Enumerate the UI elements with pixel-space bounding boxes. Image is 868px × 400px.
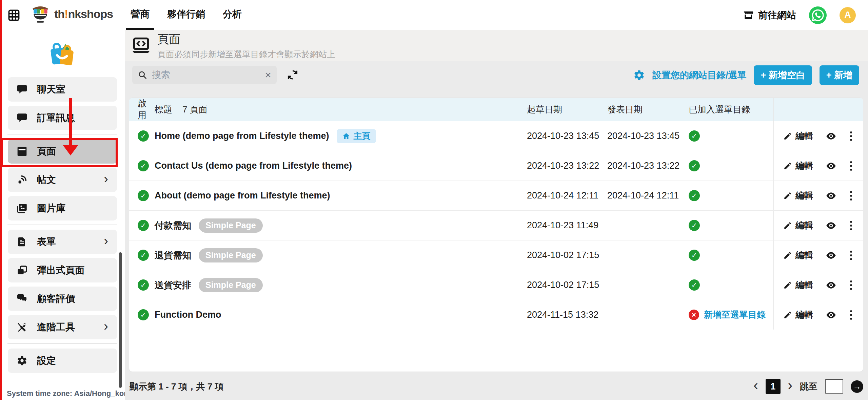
reviews-icon bbox=[17, 293, 27, 304]
page-title-cell: Contact Us (demo page from Lifestyle the… bbox=[155, 161, 352, 171]
enabled-check-icon: ✓ bbox=[138, 250, 149, 261]
sidebar-item-posts[interactable]: 帖文 › bbox=[8, 168, 117, 192]
sidebar-item-chat-room[interactable]: 聊天室 bbox=[8, 77, 117, 102]
in-menu-check-icon: ✓ bbox=[689, 190, 700, 201]
current-page-button[interactable]: 1 bbox=[766, 379, 781, 394]
more-actions-icon[interactable] bbox=[849, 130, 853, 142]
more-actions-icon[interactable] bbox=[849, 190, 853, 202]
preview-eye-icon[interactable] bbox=[826, 280, 836, 291]
sidebar-divider bbox=[7, 134, 117, 134]
go-to-site-label: 前往網站 bbox=[758, 9, 796, 22]
more-actions-icon[interactable] bbox=[849, 279, 853, 291]
header-publish-date: 發表日期 bbox=[607, 104, 689, 115]
sidebar-item-label: 表單 bbox=[37, 235, 94, 248]
table-row[interactable]: ✓ About (demo page from Lifestyle theme)… bbox=[129, 181, 863, 210]
preview-eye-icon[interactable] bbox=[826, 190, 836, 201]
preview-eye-icon[interactable] bbox=[826, 220, 836, 231]
sidebar-item-label: 顧客評價 bbox=[37, 292, 108, 305]
tab-analytics[interactable]: 分析 bbox=[218, 0, 246, 30]
enabled-check-icon: ✓ bbox=[138, 190, 149, 201]
jump-to-input[interactable] bbox=[825, 379, 843, 394]
go-to-site-button[interactable]: 前往網站 bbox=[743, 9, 796, 22]
edit-label: 編輯 bbox=[795, 309, 813, 321]
sidebar-item-label: 訂單訊息 bbox=[37, 111, 108, 124]
table-row[interactable]: ✓ Function Demo 2024-11-15 13:32 ×新增至選單目… bbox=[129, 300, 863, 330]
search-icon bbox=[138, 70, 147, 80]
more-actions-icon[interactable] bbox=[849, 219, 853, 232]
app-grid-icon[interactable] bbox=[7, 9, 20, 22]
edit-button[interactable]: 編輯 bbox=[783, 249, 813, 261]
preview-eye-icon[interactable] bbox=[826, 310, 836, 320]
edit-button[interactable]: 編輯 bbox=[783, 130, 813, 142]
annotation-arrow-head bbox=[63, 145, 78, 155]
next-page-icon[interactable]: › bbox=[788, 378, 792, 395]
table-row[interactable]: ✓ Contact Us (demo page from Lifestyle t… bbox=[129, 151, 863, 181]
sidebar-item-label: 彈出式頁面 bbox=[37, 264, 108, 277]
sidebar-item-pages[interactable]: 頁面 bbox=[8, 139, 117, 164]
edit-label: 編輯 bbox=[795, 160, 813, 172]
table-row[interactable]: ✓ Home (demo page from Lifestyle theme) … bbox=[129, 121, 863, 151]
sidebar-item-customer-reviews[interactable]: 顧客評價 bbox=[8, 287, 117, 311]
table-header-row: 啟用 標題 7 頁面 起草日期 發表日期 已加入選單目錄 bbox=[129, 98, 863, 121]
tab-affiliate-marketing[interactable]: 夥伴行銷 bbox=[162, 0, 210, 30]
preview-eye-icon[interactable] bbox=[826, 250, 836, 261]
sidebar-item-label: 進階工具 bbox=[37, 321, 94, 334]
go-to-page-button[interactable]: → bbox=[851, 380, 863, 393]
header-title: 標題 7 頁面 bbox=[155, 104, 527, 115]
more-actions-icon[interactable] bbox=[849, 249, 853, 261]
sidebar-item-popup-pages[interactable]: 彈出式頁面 bbox=[8, 258, 117, 282]
table-row[interactable]: ✓ 退貨需知 Simple Page 2024-10-02 17:15 ✓ 編輯 bbox=[129, 240, 863, 270]
in-menu-cell: ✓ bbox=[689, 220, 773, 231]
sidebar-item-label: 聊天室 bbox=[37, 83, 108, 96]
sidebar-menu: 聊天室 訂單訊息 頁面 帖文 › 圖片庫 表單 › 彈出式頁面 顧客評價 進階工… bbox=[0, 77, 125, 377]
page-title-cell: 付款需知 bbox=[155, 219, 191, 232]
sidebar-item-advanced-tools[interactable]: 進階工具 › bbox=[8, 315, 117, 339]
add-button[interactable]: + 新增 bbox=[820, 65, 859, 85]
edit-button[interactable]: 編輯 bbox=[783, 309, 813, 321]
top-nav: 營商 夥伴行銷 分析 bbox=[126, 0, 246, 30]
sidebar-item-settings[interactable]: 設定 bbox=[8, 349, 117, 373]
more-actions-icon[interactable] bbox=[849, 309, 853, 321]
avatar[interactable]: A bbox=[840, 7, 856, 23]
sidebar-item-forms[interactable]: 表單 › bbox=[8, 230, 117, 254]
refresh-icon[interactable] bbox=[287, 69, 299, 81]
add-to-menu-link[interactable]: 新增至選單目錄 bbox=[704, 309, 766, 321]
setup-menu-link[interactable]: 設置您的網站目錄/選單 bbox=[652, 69, 747, 81]
pencil-icon bbox=[783, 191, 792, 200]
sidebar-item-gallery[interactable]: 圖片庫 bbox=[8, 196, 117, 220]
laptop-code-icon bbox=[132, 36, 151, 55]
clear-search-icon[interactable]: × bbox=[265, 69, 271, 80]
whatsapp-icon[interactable] bbox=[809, 6, 827, 24]
search-input[interactable] bbox=[152, 70, 260, 80]
header-in-menu: 已加入選單目錄 bbox=[689, 104, 773, 115]
more-actions-icon[interactable] bbox=[849, 160, 853, 172]
sidebar-scrollbar[interactable] bbox=[119, 252, 122, 388]
table-row[interactable]: ✓ 送貨安排 Simple Page 2024-10-02 17:15 ✓ 編輯 bbox=[129, 270, 863, 300]
preview-eye-icon[interactable] bbox=[826, 131, 836, 142]
simple-page-badge: Simple Page bbox=[199, 278, 263, 292]
prev-page-icon[interactable]: ‹ bbox=[753, 378, 758, 395]
edit-button[interactable]: 編輯 bbox=[783, 219, 813, 231]
in-menu-cell: ✓ bbox=[689, 130, 773, 142]
edit-button[interactable]: 編輯 bbox=[783, 190, 813, 202]
preview-eye-icon[interactable] bbox=[826, 161, 836, 171]
annotation-left-border bbox=[0, 0, 2, 400]
edit-button[interactable]: 編輯 bbox=[783, 279, 813, 291]
edit-button[interactable]: 編輯 bbox=[783, 160, 813, 172]
add-blank-button[interactable]: + 新增空白 bbox=[754, 65, 812, 85]
simple-page-badge: Simple Page bbox=[199, 248, 263, 262]
table-row[interactable]: ✓ 付款需知 Simple Page 2024-10-23 11:49 ✓ 編輯 bbox=[129, 210, 863, 240]
brand-logo[interactable]: th!nkshops bbox=[30, 4, 113, 24]
in-menu-check-icon: ✓ bbox=[689, 130, 700, 142]
tools-icon bbox=[17, 322, 27, 333]
results-summary: 顯示第 1 - 7 項，共 7 項 bbox=[130, 381, 223, 393]
edit-label: 編輯 bbox=[795, 219, 813, 231]
chat-icon bbox=[17, 84, 27, 95]
page-header-text: 頁面 頁面必須同步新增至選單目錄才會顯示於網站上 bbox=[157, 31, 335, 60]
forms-icon bbox=[17, 236, 27, 247]
enabled-check-icon: ✓ bbox=[138, 279, 149, 291]
sidebar-item-order-messages[interactable]: 訂單訊息 bbox=[8, 106, 117, 130]
tab-business[interactable]: 營商 bbox=[126, 0, 154, 30]
in-menu-check-icon: ✓ bbox=[689, 220, 700, 231]
gear-icon bbox=[17, 355, 27, 366]
